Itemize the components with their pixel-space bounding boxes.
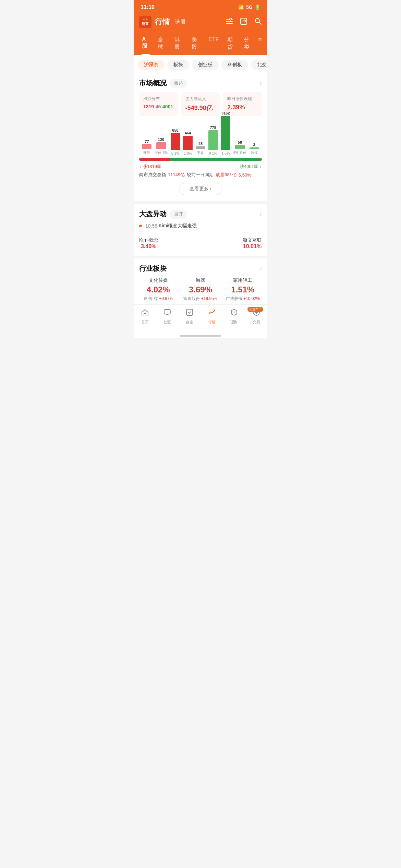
status-right: 📶 5G 🔋 [238, 4, 260, 10]
nav-home[interactable]: 首页 [141, 308, 149, 325]
subtab-north[interactable]: 北交 [251, 60, 267, 70]
tab-us-stock[interactable]: 美股 [187, 33, 204, 55]
rising-num: 1319 [143, 104, 154, 109]
header: 东方 财富 行情 选股 [134, 13, 267, 33]
tab-hk-stock[interactable]: 港股 [170, 33, 187, 55]
anomaly-label-0: Kimi概念 [139, 237, 158, 243]
status-bar: 11:10 📶 5G 🔋 [134, 0, 267, 13]
market-overview-title: 市场概况 [139, 79, 167, 88]
bar-name-0: 涨停 [143, 150, 150, 155]
subtab-block[interactable]: 板块 [167, 60, 189, 70]
tab-etf[interactable]: ETF [204, 33, 223, 55]
home-indicator [134, 333, 267, 338]
bar-label-6: 3162 [221, 111, 230, 115]
share-icon[interactable] [240, 17, 247, 27]
industry-stock-1: 富春股份 +19.95% [181, 296, 219, 302]
market-overview-section: 市场概况 收起 › 涨跌分布 1319:45:4001 主力净流入 -549.9… [134, 73, 267, 201]
collapse-button[interactable]: 收起 [170, 79, 187, 88]
anomaly-label-1: 浙文互联 [243, 237, 262, 243]
logo-text-top: 东方 [143, 18, 148, 22]
bar-1to0: 464 1-0% [183, 131, 193, 155]
bar-label-4: 45 [198, 142, 203, 146]
limit-up-title: 昨日涨停表现 [227, 96, 258, 102]
search-icon[interactable] [254, 17, 262, 27]
bar-name-6: 1-5% [222, 152, 230, 155]
bar-2 [171, 133, 180, 150]
view-more-button[interactable]: 查看更多 › [179, 183, 222, 195]
bar-name-8: 跌停 [251, 150, 258, 155]
signal-bars: 📶 [238, 4, 244, 10]
bar-label-7: 58 [238, 140, 242, 144]
bar-name-3: 1-0% [184, 152, 192, 155]
bar-label-1: 120 [158, 137, 164, 142]
down-arrow-icon: ↓ [260, 164, 262, 169]
tab-global[interactable]: 全球 [154, 33, 170, 55]
industry-name-0: 文化传媒 [139, 277, 177, 284]
section-header: 市场概况 收起 › [139, 79, 262, 88]
progress-red [139, 158, 170, 161]
tab-category[interactable]: 分类 [240, 33, 257, 55]
main-content: 沪深京 板块 创业板 科创板 北交 市场概况 收起 › 涨跌分布 1319:45… [134, 55, 267, 333]
anomaly-col-0[interactable]: Kimi概念 3.40% [139, 237, 158, 250]
anomaly-col-1[interactable]: 浙文互联 10.01% [243, 237, 262, 250]
industry-card-2[interactable]: 家用轻工 1.51% 广博股份 +10.02% [224, 277, 262, 302]
nav-watchlist[interactable]: 自选 [185, 308, 194, 325]
market-icon [208, 308, 216, 318]
main-tabs: A股 全球 港股 美股 ETF 期货 分类 ≡ [134, 33, 267, 55]
subtab-tech[interactable]: 科创板 [221, 60, 248, 70]
industry-pct-1: 3.69% [181, 285, 219, 294]
industry-name-1: 游戏 [181, 277, 219, 284]
battery-icon: 🔋 [255, 4, 260, 10]
expand-button[interactable]: 展开 [170, 210, 187, 219]
bar-5todown: 58 5%-跌停 [233, 140, 246, 155]
header-subtitle: 选股 [175, 19, 186, 26]
svg-point-3 [230, 18, 232, 20]
bar-5 [208, 130, 218, 150]
svg-line-6 [259, 22, 261, 24]
distribution-chart: 77 涨停 120 涨停-5% 658 5-1% 4 [139, 121, 262, 195]
falling-count: 跌4001家 ↓ [240, 164, 262, 170]
tab-futures[interactable]: 期货 [223, 33, 240, 55]
industry-card-1[interactable]: 游戏 3.69% 富春股份 +19.95% [181, 277, 219, 302]
nav-market[interactable]: 行情 [208, 308, 216, 325]
main-flow-title: 主力净流入 [185, 96, 216, 102]
filter-settings-icon[interactable] [226, 17, 233, 27]
tab-a-stock[interactable]: A股 [138, 33, 154, 55]
progress-bar [139, 158, 262, 161]
industry-section: 行业板块 › 文化传媒 4.02% 粤 传 媒 +9.97% 游戏 3.69% … [134, 258, 267, 304]
bar-limit-up: 77 涨停 [142, 140, 151, 155]
nav-watchlist-label: 自选 [186, 320, 193, 325]
nav-market-label: 行情 [208, 320, 216, 325]
industry-pct-2: 1.51% [224, 285, 262, 294]
anomaly-title: 大盘异动 [139, 209, 167, 219]
anomaly-table: Kimi概念 3.40% 浙文互联 10.01% [139, 234, 262, 253]
svg-rect-7 [164, 310, 170, 314]
subtab-startup[interactable]: 创业板 [192, 60, 219, 70]
bar-6 [221, 116, 230, 150]
nav-community[interactable]: 社区 [163, 308, 171, 325]
up-arrow-icon: ↑ [139, 164, 142, 169]
bar-name-4: 平盘 [197, 150, 204, 155]
event-desc: Kimi概念大幅走强 [159, 223, 197, 229]
bar-name-7: 5%-跌停 [233, 150, 246, 155]
nav-trade[interactable]: 火速布币 交易 [252, 308, 260, 325]
event-time: 10:58 [145, 223, 157, 229]
nav-wealth[interactable]: 理财 [230, 308, 238, 325]
industry-card-0[interactable]: 文化传媒 4.02% 粤 传 媒 +9.97% [139, 277, 177, 302]
section-arrow-icon: › [260, 80, 262, 87]
industry-header: 行业板块 › [139, 264, 262, 273]
bar-0to1: 778 0-1% [208, 125, 218, 155]
event-dot [139, 225, 142, 227]
divider-2 [134, 256, 267, 258]
bottom-nav: 首页 社区 自选 [134, 304, 267, 333]
view-more-container: 查看更多 › [139, 183, 262, 195]
anomaly-event: 10:58 Kimi概念大幅走强 [139, 223, 262, 229]
subtab-shanghai[interactable]: 沪深京 [138, 60, 165, 70]
anomaly-title-row: 大盘异动 展开 [139, 209, 187, 219]
market-stats-row: 两市成交总额 11149亿 较前一日同期 放量681亿 6.50% [139, 172, 262, 178]
industry-arrow-icon: › [260, 265, 262, 272]
trade-badge: 火速布币 [247, 307, 263, 312]
bar-label-2: 658 [172, 128, 178, 132]
time-display: 11:10 [141, 4, 155, 10]
more-tabs-icon[interactable]: ≡ [257, 33, 264, 55]
